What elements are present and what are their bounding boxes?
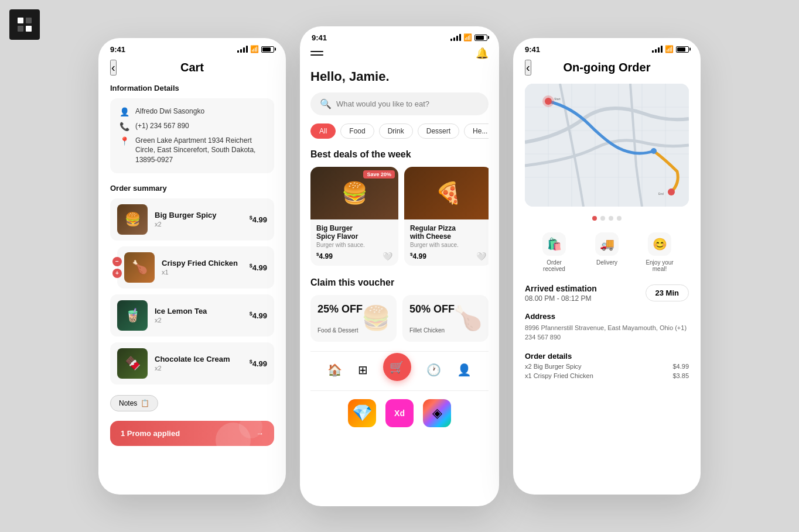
info-name-row: 👤 Alfredo Dwi Sasongko	[119, 107, 265, 116]
item-qty-1: x2	[155, 221, 250, 228]
voucher-img-2: 🍗	[448, 295, 489, 342]
item-price-3: $4.99	[250, 311, 267, 320]
home-content: 🔔 Hello, Jamie. 🔍 All Food Drink Dessert…	[300, 44, 499, 448]
sketch-tool[interactable]: 💎	[348, 399, 376, 427]
grid-icon: ⊞	[358, 363, 368, 377]
wifi-icon-2: 📶	[463, 33, 472, 42]
voucher-card-1[interactable]: 25% OFF Food & Dessert 🍔	[310, 295, 397, 342]
chip-health[interactable]: He...	[464, 123, 489, 139]
search-input[interactable]	[336, 99, 479, 108]
deal-card-1[interactable]: 🍔 Save 20% Big BurgerSpicy Flavor Burger…	[310, 167, 398, 266]
map-svg: Start End	[525, 84, 689, 207]
order-details-label: Order details	[525, 352, 689, 361]
search-bar[interactable]: 🔍	[310, 92, 489, 115]
address-text: 8996 Pfannerstill Stravenue, East Mayamo…	[525, 323, 689, 342]
figma-tool[interactable]: ◈	[423, 399, 451, 427]
add-btn[interactable]: +	[112, 269, 122, 278]
history-icon: 🕐	[426, 363, 441, 377]
item-name-3: Ice Lemon Tea	[155, 307, 250, 315]
order-title: On-going Order	[564, 61, 651, 74]
search-icon: 🔍	[320, 98, 332, 109]
xd-tool[interactable]: Xd	[385, 399, 414, 427]
od-qty-1: x2 Big Burger Spicy	[525, 363, 582, 370]
info-phone-row: 📞 (+1) 234 567 890	[119, 121, 265, 131]
item-info-4: Chocolate Ice Cream x2	[155, 355, 250, 372]
voucher-card-2[interactable]: 50% OFF Fillet Chicken 🍗	[402, 295, 489, 342]
top-bar: 🔔	[310, 44, 489, 69]
battery-icon-2	[474, 35, 487, 41]
svg-point-17	[651, 148, 657, 154]
deal-info-1: Big BurgerSpicy Flavor Burger with sauce…	[310, 219, 398, 266]
od-price-1: $4.99	[672, 363, 689, 370]
phone-icon: 📞	[119, 122, 129, 131]
voucher-img-1: 🍔	[356, 295, 397, 342]
time-3: 9:41	[525, 45, 540, 54]
estimation-row: Arrived estimation 08.00 PM - 08:12 PM 2…	[525, 284, 689, 303]
estimation-info: Arrived estimation 08.00 PM - 08:12 PM	[525, 284, 597, 303]
heart-btn-1[interactable]: 🤍	[383, 252, 392, 261]
back-button-1[interactable]: ‹	[110, 60, 117, 75]
address-label: Address	[525, 312, 689, 321]
order-details-section: Order details x2 Big Burger Spicy $4.99 …	[525, 352, 689, 379]
notes-icon: 📋	[141, 399, 149, 407]
svg-rect-3	[26, 26, 32, 32]
order-detail-row-1: x2 Big Burger Spicy $4.99	[525, 363, 689, 370]
status-bar-1: 9:41 📶	[98, 38, 286, 56]
nav-profile[interactable]: 👤	[457, 359, 472, 381]
est-badge: 23 Min	[646, 284, 689, 301]
home-icon: 🏠	[327, 363, 342, 377]
heart-btn-2[interactable]: 🤍	[476, 252, 486, 261]
notes-button[interactable]: Notes 📋	[110, 395, 158, 411]
svg-text:Start: Start	[554, 97, 561, 101]
deal-img-2: 🍕	[404, 167, 489, 219]
chip-all[interactable]: All	[310, 123, 336, 139]
chip-dessert[interactable]: Dessert	[418, 123, 459, 139]
order-section-label: Order summary	[110, 184, 274, 193]
voucher-cards: 25% OFF Food & Dessert 🍔 50% OFF Fillet …	[310, 295, 489, 342]
hamburger-menu[interactable]	[310, 51, 323, 56]
info-card: 👤 Alfredo Dwi Sasongko 📞 (+1) 234 567 89…	[110, 98, 274, 173]
signal-icon-2	[450, 34, 461, 41]
deal-sub-2: Burger with sauce.	[410, 242, 486, 248]
chip-food[interactable]: Food	[340, 123, 374, 139]
address-section: Address 8996 Pfannerstill Stravenue, Eas…	[525, 312, 689, 342]
chip-drink[interactable]: Drink	[379, 123, 413, 139]
battery-icon-3	[676, 46, 689, 53]
promo-bar[interactable]: 1 Promo applied →	[110, 421, 274, 446]
bottom-nav: 🏠 ⊞ 🛒 🕐 👤	[310, 351, 489, 390]
item-img-1: 🍔	[117, 204, 148, 235]
status-bar-2: 9:41 📶	[300, 26, 499, 44]
back-button-3[interactable]: ‹	[525, 60, 531, 75]
deal-card-2[interactable]: 🍕 Regular Pizzawith Cheese Burger with s…	[404, 167, 489, 266]
step-label-3: Enjoy your meal!	[642, 259, 677, 272]
dot-1	[592, 216, 597, 221]
svg-point-18	[668, 188, 675, 195]
status-icons-2: 📶	[450, 33, 487, 42]
greeting: Hello, Jamie.	[310, 69, 489, 84]
order-item-2: − + 🍗 Crispy Fried Chicken x1 $4.99	[117, 246, 274, 289]
status-bar-3: 9:41 📶	[513, 38, 701, 56]
order-detail-row-2: x1 Crispy Fried Chicken $3.85	[525, 372, 689, 379]
nav-home[interactable]: 🏠	[327, 359, 342, 381]
step-label-1: Order received	[537, 259, 572, 272]
dot-3	[609, 216, 613, 221]
dot-4	[617, 216, 622, 221]
promo-label: 1 Promo applied	[121, 429, 180, 438]
tools-bar: 💎 Xd ◈	[310, 390, 489, 437]
deal-footer-1: $4.99 🤍	[316, 252, 392, 261]
remove-btn[interactable]: −	[112, 257, 122, 266]
deals-grid: 🍔 Save 20% Big BurgerSpicy Flavor Burger…	[310, 167, 489, 266]
item-name-4: Chocolate Ice Cream	[155, 355, 250, 363]
nav-history[interactable]: 🕐	[426, 359, 441, 381]
wifi-icon-3: 📶	[665, 45, 674, 53]
nav-grid[interactable]: ⊞	[358, 359, 368, 381]
info-address: Green Lake Apartment 1934 Reichert Circl…	[135, 136, 265, 165]
cart-title: Cart	[180, 61, 204, 74]
bell-icon[interactable]: 🔔	[476, 47, 489, 60]
person-icon: 👤	[119, 107, 129, 116]
filter-chips: All Food Drink Dessert He...	[310, 123, 489, 139]
cart-fab-button[interactable]: 🛒	[383, 353, 411, 381]
item-qty-3: x2	[155, 317, 250, 324]
step-ordered: 🛍️ Order received	[537, 232, 572, 272]
deal-sub-1: Burger with sauce.	[316, 242, 392, 248]
